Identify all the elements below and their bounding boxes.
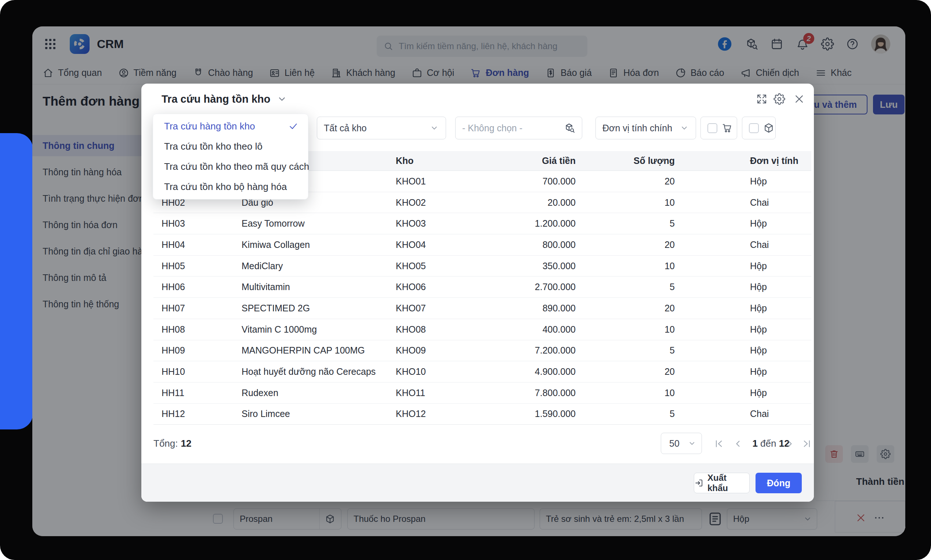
table-cell: KHO12 [396, 409, 477, 419]
table-cell: 10 [576, 261, 675, 271]
table-cell: SPECTIMED 2G [242, 303, 396, 314]
table-cell: 890.000 [477, 303, 576, 314]
modal-title: Tra cứu hàng tồn kho [162, 93, 270, 105]
table-cell: 800.000 [477, 240, 576, 250]
table-cell: Chai [675, 409, 811, 419]
table-cell: KHO11 [396, 388, 477, 398]
package-search-icon [564, 123, 575, 134]
table-cell: 5 [576, 282, 675, 292]
total-label: Tổng: [153, 438, 178, 449]
table-cell: HH11 [153, 388, 242, 398]
menu-item-3[interactable]: Tra cứu tồn kho bộ hàng hóa [153, 177, 308, 197]
table-cell: Hộp [675, 366, 811, 377]
table-row[interactable]: HH07SPECTIMED 2GKHO07890.00020Hộp [153, 298, 811, 319]
table-cell: HH05 [153, 261, 242, 271]
table-row[interactable]: HH04Kimiwa CollagenKHO04800.00020Chai [153, 234, 811, 255]
chevron-down-icon [679, 123, 689, 133]
table-cell: HH12 [153, 409, 242, 419]
table-cell: HH09 [153, 345, 242, 356]
table-row[interactable]: HH10Hoạt huyết dưỡng não CerecapsKHO104.… [153, 361, 811, 383]
table-header-5: Đơn vị tính [675, 155, 811, 166]
table-cell: 20 [576, 240, 675, 250]
total-count: Tổng:12 [153, 438, 191, 449]
table-cell: 4.900.000 [477, 366, 576, 377]
table-cell: KHO08 [396, 324, 477, 335]
table-cell: KHO03 [396, 218, 477, 229]
table-cell: Siro Limcee [242, 409, 396, 419]
table-cell: 350.000 [477, 261, 576, 271]
table-row[interactable]: HH12Siro LimceeKHO121.590.0005Chai [153, 404, 811, 425]
table-cell: 10 [576, 388, 675, 398]
first-page-icon[interactable] [713, 438, 724, 449]
table-cell: HH03 [153, 218, 242, 229]
menu-item-1[interactable]: Tra cứu tồn kho theo lô [153, 137, 308, 157]
table-cell: Chai [675, 197, 811, 208]
background-accent-shape [0, 133, 33, 429]
table-cell: Kimiwa Collagen [242, 240, 396, 250]
unit-filter-value: Đơn vị tính chính [602, 123, 672, 134]
menu-item-0[interactable]: Tra cứu hàng tồn kho [153, 116, 308, 137]
table-cell: HH04 [153, 240, 242, 250]
export-icon [694, 478, 704, 488]
menu-item-label: Tra cứu tồn kho theo mã quy cách [164, 161, 309, 172]
table-cell: 5 [576, 409, 675, 419]
table-cell: Hộp [675, 176, 811, 187]
cart-filter-toggle[interactable] [701, 117, 737, 139]
lookup-type-menu: Tra cứu hàng tồn khoTra cứu tồn kho theo… [153, 114, 308, 200]
table-cell: Hoạt huyết dưỡng não Cerecaps [242, 366, 396, 377]
table-row[interactable]: HH03Easy TomorrowKHO031.200.0005Hộp [153, 213, 811, 234]
close-button[interactable]: Đóng [755, 473, 802, 493]
chevron-down-icon [276, 94, 287, 105]
table-cell: KHO01 [396, 176, 477, 187]
table-row[interactable]: HH05MediClaryKHO05350.00010Hộp [153, 255, 811, 277]
table-cell: 5 [576, 218, 675, 229]
modal-action-bar: Xuất khẩu Đóng [141, 463, 814, 502]
page-size-select[interactable]: 50 [661, 433, 702, 454]
table-row[interactable]: HH06MultivitaminKHO062.700.0005Hộp [153, 277, 811, 298]
table-cell: Hộp [675, 324, 811, 335]
table-cell: KHO02 [396, 197, 477, 208]
package-filter-toggle[interactable] [742, 117, 776, 139]
table-row[interactable]: HH09MANGOHERPIN CAP 100MGKHO097.200.0005… [153, 340, 811, 362]
product-filter-input[interactable]: - Không chọn - [455, 117, 582, 139]
table-cell: KHO10 [396, 366, 477, 377]
table-cell: 7.800.000 [477, 388, 576, 398]
expand-icon[interactable] [756, 93, 767, 105]
table-cell: Hộp [675, 218, 811, 229]
table-cell: 10 [576, 197, 675, 208]
check-icon [288, 121, 298, 131]
menu-item-label: Tra cứu tồn kho theo lô [164, 141, 262, 152]
unit-filter-select[interactable]: Đơn vị tính chính [596, 117, 696, 139]
table-cell: KHO09 [396, 345, 477, 356]
export-button[interactable]: Xuất khẩu [694, 473, 750, 493]
modal-settings-icon[interactable] [774, 93, 785, 105]
table-header-2: Kho [396, 155, 477, 166]
table-cell: 700.000 [477, 176, 576, 187]
next-page-icon[interactable] [784, 438, 795, 449]
table-cell: 20.000 [477, 197, 576, 208]
product-filter-placeholder: - Không chọn - [462, 123, 522, 134]
table-cell: 7.200.000 [477, 345, 576, 356]
table-cell: 20 [576, 366, 675, 377]
close-label: Đóng [767, 478, 791, 488]
menu-item-label: Tra cứu hàng tồn kho [164, 121, 255, 132]
cart-icon [722, 123, 733, 134]
range-separator: đến [760, 438, 776, 449]
table-cell: Easy Tomorrow [242, 218, 396, 229]
close-icon[interactable] [793, 93, 805, 105]
menu-item-2[interactable]: Tra cứu tồn kho theo mã quy cách [153, 157, 308, 177]
table-cell: MediClary [242, 261, 396, 271]
table-row[interactable]: HH11RudexenKHO117.800.00010Hộp [153, 383, 811, 404]
table-cell: HH06 [153, 282, 242, 292]
last-page-icon[interactable] [801, 438, 812, 449]
table-row[interactable]: HH08Vitamin C 1000mgKHO08400.00010Hộp [153, 319, 811, 340]
warehouse-select[interactable]: Tất cả kho [317, 117, 446, 139]
modal-title-dropdown[interactable]: Tra cứu hàng tồn kho [162, 90, 287, 108]
screenshot-canvas: CRM Tìm kiếm tiềm năng, liên hệ, khách h… [0, 0, 931, 560]
table-cell: Hộp [675, 282, 811, 292]
table-cell: KHO04 [396, 240, 477, 250]
table-header-4: Số lượng [576, 155, 675, 166]
table-cell: 20 [576, 303, 675, 314]
prev-page-icon[interactable] [732, 438, 743, 449]
page-size-value: 50 [669, 438, 679, 449]
